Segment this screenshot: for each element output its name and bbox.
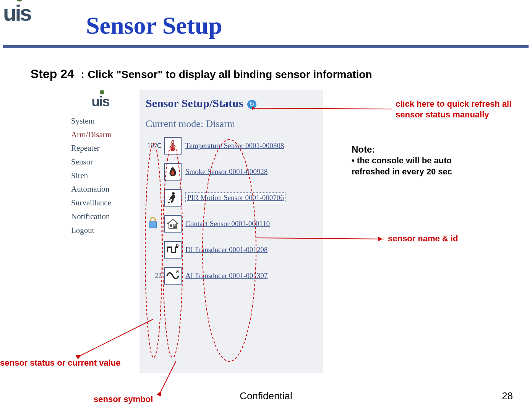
sensor-value [146,216,164,232]
svg-rect-2 [172,144,174,148]
lock-icon [146,216,162,232]
svg-rect-8 [174,225,175,226]
nav-item-notification[interactable]: Notification [71,210,136,224]
square-wave-icon: DI [164,241,182,259]
svg-text:DI: DI [176,244,180,247]
motion-icon [164,189,182,207]
ss-heading: Sensor Setup/Status [146,97,243,109]
nav-item-repeater[interactable]: Repeater [71,142,136,155]
nav-item-sensor[interactable]: Sensor [71,155,136,169]
house-icon [164,215,182,233]
svg-point-3 [172,192,175,195]
callout-status-value: sensor status or current value [0,358,120,368]
title-underline [3,45,529,48]
sensor-row: 22AIAI Transducer 0001-001307 [146,264,317,287]
thermometer-icon [164,137,182,155]
svg-text:AI: AI [176,270,180,273]
flame-icon [164,163,182,181]
nav-item-surveillance[interactable]: Surveillance [71,196,136,210]
nav-list: SystemArm/DisarmRepeaterSensorSirenAutom… [65,114,136,237]
footer-confidential: Confidential [0,390,532,402]
page-number: 28 [502,390,513,402]
sensor-link[interactable]: DI Transducer 0001-001208 [185,246,268,254]
sensor-link[interactable]: Contact Sensor 0001-000110 [185,220,270,228]
svg-rect-5 [149,222,156,228]
svg-rect-7 [170,225,172,227]
sensor-link[interactable]: Temperature Sensor 0001-000308 [185,142,284,150]
sensor-row: DIDI Transducer 0001-001208 [146,238,317,261]
current-mode: Current mode: Disarm [146,118,317,130]
screenshot-sidebar: uis SystemArm/DisarmRepeaterSensorSirenA… [65,90,136,237]
step-instruction: Step 24 ：Click "Sensor" to display all b… [31,67,372,82]
sensor-link[interactable]: AI Transducer 0001-001307 [185,272,268,280]
sensor-link[interactable]: PIR Motion Sensor 0001-000706 [185,192,286,203]
sine-wave-icon: AI [164,267,182,285]
sensor-row: PIR Motion Sensor 0001-000706 [146,186,317,209]
nav-item-automation[interactable]: Automation [71,182,136,196]
sensor-row: Smoke Sensor 0001-000928 [146,160,317,183]
nav-item-arm-disarm[interactable]: Arm/Disarm [71,128,136,142]
callout-refresh: click here to quick refresh all sensor s… [396,99,522,120]
note-block: Note: • the console will be auto refresh… [352,143,512,177]
screenshot-panel: uis SystemArm/DisarmRepeaterSensorSirenA… [65,90,325,373]
sensor-value: 22 [146,272,164,280]
sensor-row: Contact Sensor 0001-000110 [146,212,317,235]
sensor-list: 19℃Temperature Sensor 0001-000308Smoke S… [146,134,317,287]
uis-logo: uis [3,0,31,26]
page-title: Sensor Setup [86,11,222,40]
nav-item-logout[interactable]: Logout [71,224,136,238]
nav-item-system[interactable]: System [71,114,136,128]
sensor-row: 19℃Temperature Sensor 0001-000308 [146,134,317,157]
screenshot-main: Sensor Setup/Status ↻ Current mode: Disa… [139,90,323,373]
sensor-link[interactable]: Smoke Sensor 0001-000928 [185,168,268,176]
nav-item-siren[interactable]: Siren [71,169,136,183]
sensor-value: 19℃ [146,142,164,150]
ss-logo: uis [65,90,136,114]
callout-name-id: sensor name & id [388,233,458,244]
refresh-icon[interactable]: ↻ [247,100,256,109]
